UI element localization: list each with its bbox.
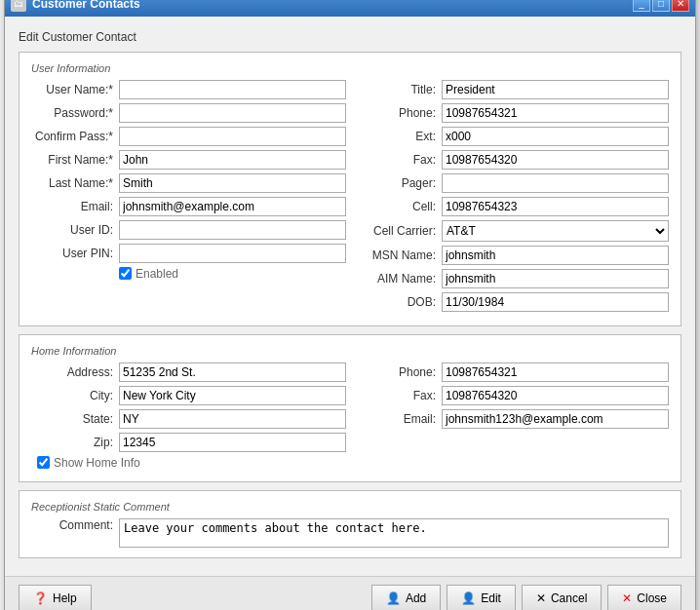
address-input[interactable]	[119, 362, 346, 382]
password-input[interactable]	[119, 103, 346, 123]
footer: ❓ Help 👤 Add 👤 Edit ✕ Cancel ✕ Close	[5, 576, 695, 611]
enabled-label[interactable]: Enabled	[119, 267, 178, 281]
cell-carrier-select[interactable]: AT&T Verizon T-Mobile Sprint	[442, 220, 669, 242]
cell-input[interactable]	[442, 197, 669, 216]
firstname-input[interactable]	[119, 150, 346, 170]
main-window: 🗂 Customer Contacts _ □ ✕ Edit Customer …	[4, 0, 696, 610]
dob-row: DOB:	[354, 292, 669, 312]
email-input[interactable]	[119, 197, 346, 216]
edit-button[interactable]: 👤 Edit	[447, 585, 516, 611]
maximize-button[interactable]: □	[652, 0, 670, 12]
city-row: City:	[31, 386, 346, 405]
address-label: Address:	[31, 365, 119, 379]
fax-input[interactable]	[442, 150, 669, 170]
userpin-label: User PIN:	[31, 247, 119, 260]
home-phone-label: Phone:	[354, 365, 442, 379]
firstname-label: First Name:*	[31, 153, 119, 167]
dob-label: DOB:	[354, 295, 442, 309]
confirm-pass-input[interactable]	[119, 127, 346, 146]
pager-input[interactable]	[442, 173, 669, 193]
add-label: Add	[406, 591, 426, 605]
home-info-section: Home Information Address: City: State:	[19, 334, 681, 482]
msn-row: MSN Name:	[354, 246, 669, 265]
title-buttons: _ □ ✕	[633, 0, 689, 12]
home-fax-label: Fax:	[354, 389, 442, 402]
cancel-label: Cancel	[551, 591, 587, 605]
confirm-pass-row: Confirm Pass:*	[31, 127, 346, 146]
comment-label: Comment:	[31, 518, 119, 532]
user-info-right: Title: Phone: Ext: Fax:	[354, 80, 669, 316]
comment-section: Receptionist Static Comment Comment: Lea…	[19, 490, 681, 558]
close-label: Close	[637, 591, 667, 605]
edit-label: Edit	[481, 591, 501, 605]
show-home-text: Show Home Info	[54, 456, 140, 470]
enabled-checkbox[interactable]	[119, 267, 132, 280]
help-label: Help	[53, 591, 77, 605]
home-info-title: Home Information	[31, 345, 669, 357]
add-icon: 👤	[386, 591, 401, 605]
close-button[interactable]: ✕ Close	[607, 585, 681, 611]
zip-input[interactable]	[119, 433, 346, 452]
password-label: Password:*	[31, 106, 119, 120]
show-home-label[interactable]: Show Home Info	[37, 456, 140, 470]
lastname-input[interactable]	[119, 173, 346, 193]
cancel-icon: ✕	[536, 591, 546, 605]
userpin-row: User PIN:	[31, 244, 346, 263]
home-email-row: Email:	[354, 409, 669, 429]
user-info-columns: User Name:* Password:* Confirm Pass:* Fi…	[31, 80, 669, 316]
close-icon: ✕	[622, 591, 632, 605]
show-home-checkbox[interactable]	[37, 456, 50, 469]
show-home-row: Show Home Info	[31, 456, 346, 470]
cell-carrier-row: Cell Carrier: AT&T Verizon T-Mobile Spri…	[354, 220, 669, 242]
email-row: Email:	[31, 197, 346, 216]
home-email-input[interactable]	[442, 409, 669, 429]
password-row: Password:*	[31, 103, 346, 123]
home-fax-input[interactable]	[442, 386, 669, 405]
userid-input[interactable]	[119, 220, 346, 240]
address-row: Address:	[31, 362, 346, 382]
window-close-button[interactable]: ✕	[672, 0, 689, 12]
state-input[interactable]	[119, 409, 346, 429]
phone-input[interactable]	[442, 103, 669, 123]
state-row: State:	[31, 409, 346, 429]
home-phone-input[interactable]	[442, 362, 669, 382]
window-title: Customer Contacts	[32, 0, 140, 11]
edit-icon: 👤	[461, 591, 476, 605]
msn-input[interactable]	[442, 246, 669, 265]
username-row: User Name:*	[31, 80, 346, 99]
cell-carrier-label: Cell Carrier:	[354, 224, 442, 238]
aim-label: AIM Name:	[354, 272, 442, 286]
city-input[interactable]	[119, 386, 346, 405]
user-info-title: User Information	[31, 62, 669, 74]
ext-label: Ext:	[354, 130, 442, 143]
ext-row: Ext:	[354, 127, 669, 146]
home-fax-row: Fax:	[354, 386, 669, 405]
minimize-button[interactable]: _	[633, 0, 650, 12]
comment-row: Comment: Leave your comments about the c…	[31, 518, 669, 548]
msn-label: MSN Name:	[354, 248, 442, 262]
username-label: User Name:*	[31, 83, 119, 96]
enabled-text: Enabled	[136, 267, 178, 281]
comment-input[interactable]: Leave your comments about the contact he…	[119, 518, 669, 548]
user-info-section: User Information User Name:* Password:* …	[19, 52, 681, 326]
cell-row: Cell:	[354, 197, 669, 216]
comment-section-title: Receptionist Static Comment	[31, 501, 669, 513]
cell-label: Cell:	[354, 200, 442, 213]
aim-input[interactable]	[442, 269, 669, 288]
userid-row: User ID:	[31, 220, 346, 240]
lastname-label: Last Name:*	[31, 176, 119, 190]
title-bar: 🗂 Customer Contacts _ □ ✕	[5, 0, 695, 17]
pager-row: Pager:	[354, 173, 669, 193]
username-input[interactable]	[119, 80, 346, 99]
help-button[interactable]: ❓ Help	[19, 585, 92, 611]
home-info-columns: Address: City: State: Zip:	[31, 362, 669, 472]
userpin-input[interactable]	[119, 244, 346, 263]
add-button[interactable]: 👤 Add	[371, 585, 441, 611]
title-input[interactable]	[442, 80, 669, 99]
city-label: City:	[31, 389, 119, 402]
home-phone-row: Phone:	[354, 362, 669, 382]
footer-right: 👤 Add 👤 Edit ✕ Cancel ✕ Close	[371, 585, 681, 611]
dob-input[interactable]	[442, 292, 669, 312]
ext-input[interactable]	[442, 127, 669, 146]
cancel-button[interactable]: ✕ Cancel	[522, 585, 602, 611]
